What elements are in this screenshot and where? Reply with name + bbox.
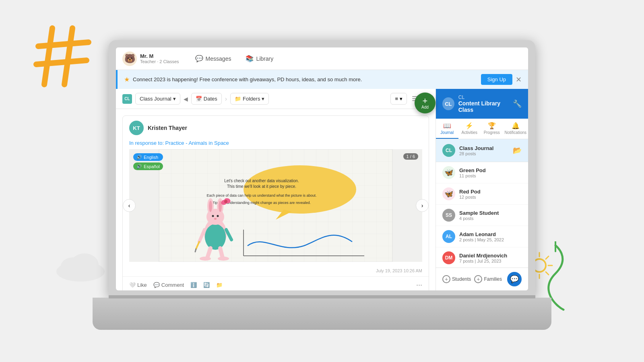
sidebar-tab-activities[interactable]: ⚡ Activities bbox=[458, 119, 481, 139]
activities-icon: ⚡ bbox=[465, 122, 473, 130]
svg-line-0 bbox=[44, 28, 52, 84]
svg-point-26 bbox=[205, 224, 226, 250]
sidebar-cl-badge: CL bbox=[442, 97, 454, 110]
svg-point-5 bbox=[60, 257, 85, 278]
class-journal-item[interactable]: CL Class Journal 28 posts 📂 bbox=[436, 139, 528, 162]
post-content: ‹ › bbox=[129, 149, 422, 262]
svg-line-40 bbox=[195, 249, 196, 252]
green-pod-avatar: 🦋 bbox=[442, 166, 455, 179]
svg-point-37 bbox=[214, 218, 217, 220]
share-icon: 🔄 bbox=[203, 282, 210, 288]
svg-text:Let's check out another data v: Let's check out another data visualizati… bbox=[224, 179, 299, 183]
close-announcement-button[interactable]: ✕ bbox=[516, 75, 522, 84]
svg-point-44 bbox=[200, 257, 211, 261]
journal-label: Class Journal bbox=[140, 96, 171, 102]
announcement-text: ★ Connect 2023 is happening! Free confer… bbox=[124, 76, 362, 83]
svg-line-14 bbox=[546, 256, 549, 259]
heart-icon: 🤍 bbox=[129, 282, 136, 288]
chevron-down-icon-2: ▾ bbox=[262, 96, 264, 102]
app-container: 🐻 Mr. M Teacher · 2 Classes 💬 Messages bbox=[116, 47, 528, 290]
center-content: CL Class Journal ▾ ◀ 📅 Dates › bbox=[116, 89, 436, 290]
calendar-icon: 📅 bbox=[196, 96, 202, 102]
user-info: 🐻 Mr. M Teacher · 2 Classes bbox=[122, 51, 179, 66]
class-journal-name: Class Journal bbox=[459, 145, 493, 151]
sidebar-item-red-pod[interactable]: 🦋 Red Pod 12 posts bbox=[436, 183, 528, 205]
avatar: 🐻 bbox=[122, 51, 137, 66]
sidebar-item-sample-student[interactable]: SS Sample Student 4 posts bbox=[436, 205, 528, 226]
chevron-down-icon-3: ▾ bbox=[400, 96, 402, 102]
nav-tabs: 💬 Messages 📚 Library bbox=[189, 51, 280, 66]
journal-badge: CL bbox=[122, 94, 132, 104]
folder-button[interactable]: 📁 bbox=[216, 282, 223, 288]
sidebar-title: Content Library Class bbox=[458, 100, 513, 113]
spanish-button[interactable]: 🔊 Español bbox=[133, 162, 163, 170]
folders-dropdown[interactable]: 📁 Folders ▾ bbox=[230, 93, 269, 105]
like-button[interactable]: 🤍 Like bbox=[129, 282, 147, 288]
slide-illustration: Let's check out another data visualizati… bbox=[129, 149, 422, 262]
chat-button[interactable]: 💬 bbox=[507, 272, 522, 286]
svg-line-3 bbox=[36, 60, 87, 64]
red-pod-avatar: 🦋 bbox=[442, 187, 455, 200]
slide-prev-button[interactable]: ‹ bbox=[123, 199, 136, 212]
add-students-icon: + bbox=[442, 275, 450, 283]
post-actions: 🤍 Like 💬 Comment ℹ️ bbox=[123, 276, 429, 290]
post-header: KT Kristen Thayer bbox=[123, 116, 429, 140]
settings-icon[interactable]: 🔧 bbox=[513, 99, 522, 108]
sidebar-item-green-pod[interactable]: 🦋 Green Pod 11 posts bbox=[436, 162, 528, 183]
main-area: CL Class Journal ▾ ◀ 📅 Dates › bbox=[116, 89, 528, 290]
info-icon: ℹ️ bbox=[190, 282, 197, 288]
share-button[interactable]: 🔄 bbox=[203, 282, 210, 288]
sort-button[interactable]: ≡ ▾ bbox=[390, 93, 407, 105]
cloud-decoration bbox=[52, 249, 109, 282]
add-families-icon: + bbox=[474, 275, 482, 283]
info-button[interactable]: ℹ️ bbox=[190, 282, 197, 288]
announcement-bar: ★ Connect 2023 is happening! Free confer… bbox=[116, 70, 528, 89]
library-tab[interactable]: 📚 Library bbox=[239, 51, 280, 66]
english-button[interactable]: 🔊 English bbox=[133, 153, 163, 161]
sidebar-header-info: CL Content Library Class bbox=[458, 95, 513, 113]
sign-up-button[interactable]: Sign Up bbox=[481, 74, 512, 85]
add-families-button[interactable]: + Families bbox=[474, 275, 502, 283]
svg-line-1 bbox=[64, 28, 72, 84]
journal-posts: KT Kristen Thayer In response to: Practi… bbox=[116, 109, 436, 290]
sidebar-nav-tabs: 📖 Journal ⚡ Activities 🏆 Progress bbox=[436, 119, 528, 139]
grid-svg: Let's check out another data visualizati… bbox=[129, 149, 422, 262]
screen-bezel: 🐻 Mr. M Teacher · 2 Classes 💬 Messages bbox=[109, 40, 535, 298]
library-label: Library bbox=[256, 56, 273, 62]
green-pod-info: Green Pod 11 posts bbox=[459, 167, 486, 178]
sidebar-header: CL CL Content Library Class 🔧 bbox=[436, 89, 528, 119]
prev-arrow-button[interactable]: ◀ bbox=[184, 96, 188, 102]
class-journal-badge: CL bbox=[442, 144, 455, 157]
add-students-button[interactable]: + Students bbox=[442, 275, 471, 283]
progress-icon: 🏆 bbox=[488, 122, 496, 130]
svg-line-13 bbox=[546, 272, 549, 275]
laptop-wrapper: 🐻 Mr. M Teacher · 2 Classes 💬 Messages bbox=[109, 40, 535, 330]
dates-dropdown[interactable]: 📅 Dates bbox=[191, 93, 222, 105]
folder-icon: 📁 bbox=[235, 96, 241, 102]
sidebar-tab-journal[interactable]: 📖 Journal bbox=[436, 119, 458, 139]
svg-point-6 bbox=[70, 253, 99, 276]
post-author-name: Kristen Thayer bbox=[148, 125, 187, 131]
messages-tab[interactable]: 💬 Messages bbox=[189, 51, 238, 66]
slide-next-button[interactable]: › bbox=[416, 199, 429, 212]
messages-label: Messages bbox=[206, 56, 231, 62]
sidebar-item-adam-leonard[interactable]: AL Adam Leonard 2 posts | May 25, 2022 bbox=[436, 226, 528, 247]
class-journal-count: 28 posts bbox=[459, 151, 493, 156]
sidebar-item-daniel-mrdjenovich[interactable]: DM Daniel Mrdjenovich 7 posts | Jul 25, … bbox=[436, 247, 528, 267]
comment-button[interactable]: 💬 Comment bbox=[153, 282, 184, 288]
sidebar-tab-notifications[interactable]: 🔔 Notifications bbox=[503, 119, 528, 139]
sidebar-tab-progress[interactable]: 🏆 Progress bbox=[481, 119, 503, 139]
filter-bar: CL Class Journal ▾ ◀ 📅 Dates › bbox=[116, 89, 436, 109]
comment-icon: 💬 bbox=[153, 282, 160, 288]
class-journal-info: Class Journal 28 posts bbox=[459, 145, 493, 156]
user-text: Mr. M Teacher · 2 Classes bbox=[140, 53, 179, 64]
journal-dropdown[interactable]: Class Journal ▾ bbox=[135, 93, 180, 105]
more-options-button[interactable]: ··· bbox=[416, 281, 422, 289]
svg-text:Each piece of data can help us: Each piece of data can help us understan… bbox=[206, 193, 316, 197]
svg-point-45 bbox=[218, 257, 229, 261]
chevron-down-icon: ▾ bbox=[173, 96, 176, 102]
add-button[interactable]: + Add bbox=[415, 93, 436, 113]
folders-label: Folders bbox=[243, 96, 260, 102]
navbar: 🐻 Mr. M Teacher · 2 Classes 💬 Messages bbox=[116, 47, 528, 70]
svg-point-35 bbox=[212, 215, 214, 217]
